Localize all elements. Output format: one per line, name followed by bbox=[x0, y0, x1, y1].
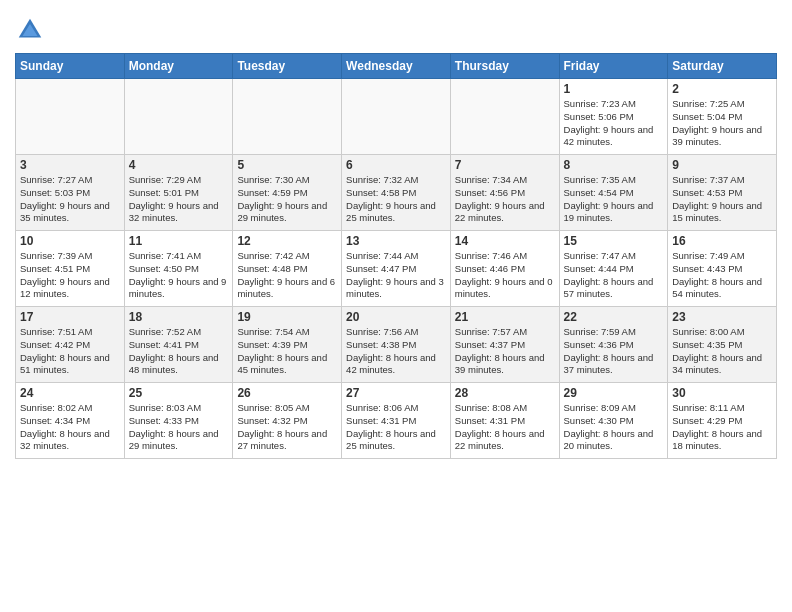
day-info-line: Sunrise: 8:06 AM bbox=[346, 402, 446, 415]
day-number: 27 bbox=[346, 386, 446, 400]
day-info-line: Sunrise: 7:56 AM bbox=[346, 326, 446, 339]
header-day-thursday: Thursday bbox=[450, 54, 559, 79]
day-cell: 23Sunrise: 8:00 AMSunset: 4:35 PMDayligh… bbox=[668, 307, 777, 383]
day-cell bbox=[16, 79, 125, 155]
day-info-line: Sunset: 4:51 PM bbox=[20, 263, 120, 276]
day-number: 16 bbox=[672, 234, 772, 248]
day-number: 19 bbox=[237, 310, 337, 324]
day-info-line: Sunset: 5:03 PM bbox=[20, 187, 120, 200]
day-info-line: Daylight: 8 hours and 29 minutes. bbox=[129, 428, 229, 454]
day-number: 12 bbox=[237, 234, 337, 248]
day-cell: 9Sunrise: 7:37 AMSunset: 4:53 PMDaylight… bbox=[668, 155, 777, 231]
day-info-line: Daylight: 9 hours and 15 minutes. bbox=[672, 200, 772, 226]
day-number: 20 bbox=[346, 310, 446, 324]
day-info-line: Sunset: 4:46 PM bbox=[455, 263, 555, 276]
day-cell: 15Sunrise: 7:47 AMSunset: 4:44 PMDayligh… bbox=[559, 231, 668, 307]
day-number: 3 bbox=[20, 158, 120, 172]
day-info-line: Sunset: 4:44 PM bbox=[564, 263, 664, 276]
day-info-line: Sunset: 4:31 PM bbox=[455, 415, 555, 428]
day-info-line: Sunset: 4:36 PM bbox=[564, 339, 664, 352]
day-info-line: Daylight: 9 hours and 22 minutes. bbox=[455, 200, 555, 226]
day-info-line: Sunrise: 7:30 AM bbox=[237, 174, 337, 187]
logo bbox=[15, 15, 49, 45]
day-cell: 25Sunrise: 8:03 AMSunset: 4:33 PMDayligh… bbox=[124, 383, 233, 459]
day-number: 9 bbox=[672, 158, 772, 172]
day-cell: 30Sunrise: 8:11 AMSunset: 4:29 PMDayligh… bbox=[668, 383, 777, 459]
day-info-line: Sunrise: 8:08 AM bbox=[455, 402, 555, 415]
day-cell: 14Sunrise: 7:46 AMSunset: 4:46 PMDayligh… bbox=[450, 231, 559, 307]
day-info-line: Daylight: 9 hours and 0 minutes. bbox=[455, 276, 555, 302]
day-info-line: Daylight: 9 hours and 25 minutes. bbox=[346, 200, 446, 226]
day-number: 7 bbox=[455, 158, 555, 172]
day-info-line: Sunset: 4:50 PM bbox=[129, 263, 229, 276]
day-info-line: Daylight: 9 hours and 35 minutes. bbox=[20, 200, 120, 226]
day-info-line: Sunset: 4:47 PM bbox=[346, 263, 446, 276]
week-row-4: 17Sunrise: 7:51 AMSunset: 4:42 PMDayligh… bbox=[16, 307, 777, 383]
day-number: 29 bbox=[564, 386, 664, 400]
day-info-line: Sunset: 4:30 PM bbox=[564, 415, 664, 428]
day-info-line: Sunrise: 7:46 AM bbox=[455, 250, 555, 263]
day-number: 17 bbox=[20, 310, 120, 324]
week-row-1: 1Sunrise: 7:23 AMSunset: 5:06 PMDaylight… bbox=[16, 79, 777, 155]
day-info-line: Daylight: 9 hours and 42 minutes. bbox=[564, 124, 664, 150]
header-day-sunday: Sunday bbox=[16, 54, 125, 79]
calendar-table: SundayMondayTuesdayWednesdayThursdayFrid… bbox=[15, 53, 777, 459]
day-info-line: Sunrise: 7:23 AM bbox=[564, 98, 664, 111]
page-container: SundayMondayTuesdayWednesdayThursdayFrid… bbox=[0, 0, 792, 469]
header-day-wednesday: Wednesday bbox=[342, 54, 451, 79]
day-info-line: Sunrise: 7:54 AM bbox=[237, 326, 337, 339]
day-info-line: Sunrise: 7:44 AM bbox=[346, 250, 446, 263]
day-cell: 24Sunrise: 8:02 AMSunset: 4:34 PMDayligh… bbox=[16, 383, 125, 459]
day-info-line: Sunrise: 7:37 AM bbox=[672, 174, 772, 187]
day-info-line: Daylight: 9 hours and 9 minutes. bbox=[129, 276, 229, 302]
day-info-line: Sunset: 4:48 PM bbox=[237, 263, 337, 276]
day-info-line: Sunset: 4:43 PM bbox=[672, 263, 772, 276]
day-info-line: Sunrise: 7:52 AM bbox=[129, 326, 229, 339]
day-info-line: Sunset: 4:35 PM bbox=[672, 339, 772, 352]
day-info-line: Sunset: 5:06 PM bbox=[564, 111, 664, 124]
day-info-line: Sunset: 4:42 PM bbox=[20, 339, 120, 352]
day-info-line: Sunrise: 8:05 AM bbox=[237, 402, 337, 415]
day-info-line: Sunrise: 7:27 AM bbox=[20, 174, 120, 187]
day-info-line: Sunrise: 8:11 AM bbox=[672, 402, 772, 415]
day-cell: 20Sunrise: 7:56 AMSunset: 4:38 PMDayligh… bbox=[342, 307, 451, 383]
day-number: 30 bbox=[672, 386, 772, 400]
day-info-line: Daylight: 9 hours and 6 minutes. bbox=[237, 276, 337, 302]
day-cell bbox=[124, 79, 233, 155]
day-info-line: Daylight: 8 hours and 45 minutes. bbox=[237, 352, 337, 378]
day-info-line: Daylight: 8 hours and 22 minutes. bbox=[455, 428, 555, 454]
day-info-line: Sunrise: 7:32 AM bbox=[346, 174, 446, 187]
day-number: 13 bbox=[346, 234, 446, 248]
day-cell: 22Sunrise: 7:59 AMSunset: 4:36 PMDayligh… bbox=[559, 307, 668, 383]
day-info-line: Daylight: 8 hours and 37 minutes. bbox=[564, 352, 664, 378]
week-row-5: 24Sunrise: 8:02 AMSunset: 4:34 PMDayligh… bbox=[16, 383, 777, 459]
day-info-line: Sunset: 4:33 PM bbox=[129, 415, 229, 428]
days-header-row: SundayMondayTuesdayWednesdayThursdayFrid… bbox=[16, 54, 777, 79]
day-cell: 2Sunrise: 7:25 AMSunset: 5:04 PMDaylight… bbox=[668, 79, 777, 155]
day-number: 10 bbox=[20, 234, 120, 248]
day-number: 11 bbox=[129, 234, 229, 248]
day-cell: 26Sunrise: 8:05 AMSunset: 4:32 PMDayligh… bbox=[233, 383, 342, 459]
day-info-line: Sunset: 4:37 PM bbox=[455, 339, 555, 352]
day-info-line: Sunset: 4:34 PM bbox=[20, 415, 120, 428]
day-info-line: Sunrise: 8:03 AM bbox=[129, 402, 229, 415]
day-cell bbox=[233, 79, 342, 155]
day-info-line: Daylight: 9 hours and 19 minutes. bbox=[564, 200, 664, 226]
day-cell: 17Sunrise: 7:51 AMSunset: 4:42 PMDayligh… bbox=[16, 307, 125, 383]
day-info-line: Sunrise: 7:59 AM bbox=[564, 326, 664, 339]
day-info-line: Sunset: 4:58 PM bbox=[346, 187, 446, 200]
day-info-line: Daylight: 8 hours and 42 minutes. bbox=[346, 352, 446, 378]
day-info-line: Sunset: 4:54 PM bbox=[564, 187, 664, 200]
day-info-line: Daylight: 8 hours and 18 minutes. bbox=[672, 428, 772, 454]
header-day-friday: Friday bbox=[559, 54, 668, 79]
day-info-line: Sunrise: 7:29 AM bbox=[129, 174, 229, 187]
day-info-line: Daylight: 8 hours and 48 minutes. bbox=[129, 352, 229, 378]
day-number: 18 bbox=[129, 310, 229, 324]
day-info-line: Sunrise: 7:57 AM bbox=[455, 326, 555, 339]
day-info-line: Sunset: 5:01 PM bbox=[129, 187, 229, 200]
logo-icon bbox=[15, 15, 45, 45]
day-info-line: Daylight: 8 hours and 39 minutes. bbox=[455, 352, 555, 378]
day-info-line: Sunset: 4:41 PM bbox=[129, 339, 229, 352]
day-cell: 19Sunrise: 7:54 AMSunset: 4:39 PMDayligh… bbox=[233, 307, 342, 383]
day-info-line: Daylight: 8 hours and 27 minutes. bbox=[237, 428, 337, 454]
